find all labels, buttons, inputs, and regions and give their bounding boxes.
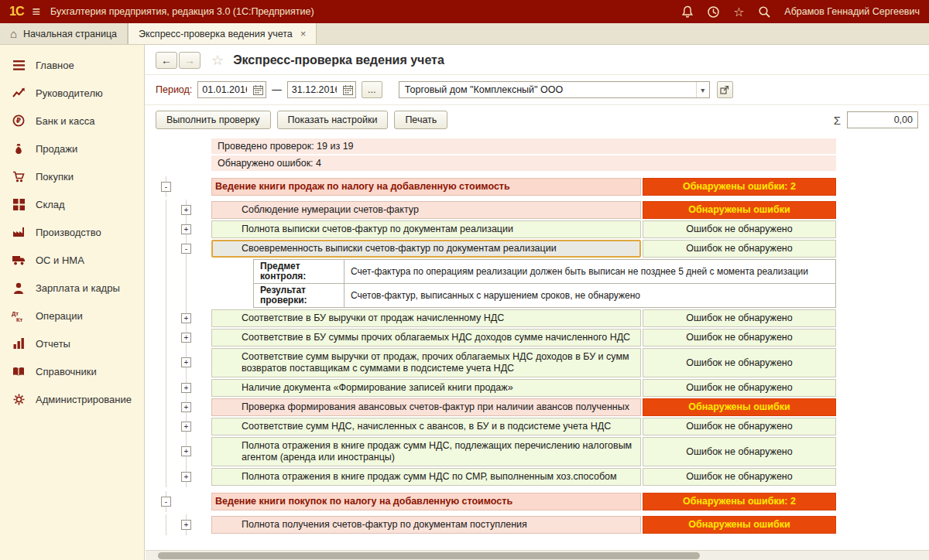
sidebar-item-label: Банк и касса: [36, 115, 95, 127]
expand-icon[interactable]: +: [181, 383, 191, 393]
status-cell: Ошибок не обнаружено: [643, 379, 836, 397]
expand-icon[interactable]: +: [181, 520, 191, 530]
bank-cash-icon: ₽: [12, 114, 26, 128]
sidebar-item-main[interactable]: Главное: [0, 51, 144, 79]
dropdown-arrow-icon[interactable]: ▾: [696, 82, 709, 97]
status-cell: Обнаружены ошибки: 2: [643, 493, 836, 510]
sum-sigma-icon: Σ: [834, 114, 841, 127]
sidebar-item-label: ОС и НМА: [36, 254, 84, 266]
expand-icon[interactable]: +: [181, 402, 191, 412]
status-cell: Ошибок не обнаружено: [643, 348, 836, 377]
sidebar-item-production[interactable]: Производство: [0, 218, 144, 246]
horizontal-scrollbar[interactable]: [146, 550, 929, 560]
tree-gutter: -: [156, 178, 211, 196]
sum-field[interactable]: [847, 111, 918, 128]
notifications-bell-icon[interactable]: [679, 3, 696, 20]
current-user[interactable]: Абрамов Геннадий Сергеевич: [784, 6, 920, 17]
date-from-input[interactable]: [198, 84, 251, 95]
sidebar-item-fixed-assets[interactable]: ОС и НМА: [0, 246, 144, 274]
tree-line: [186, 258, 187, 285]
check-name: Соответствие в БУ выручки от продаж начи…: [211, 309, 641, 327]
period-dash: —: [272, 84, 282, 95]
tree-gutter: +: [156, 418, 211, 435]
check-row[interactable]: +Соответствие в БУ выручки от продаж нач…: [156, 309, 836, 327]
expand-icon[interactable]: +: [181, 313, 191, 323]
show-settings-button[interactable]: Показать настройки: [277, 111, 389, 129]
sidebar-item-administration[interactable]: Администрирование: [0, 385, 144, 413]
sidebar-item-manager[interactable]: Руководителю: [0, 79, 144, 107]
check-row[interactable]: +Полнота получения счетов-фактур по доку…: [156, 516, 836, 534]
sidebar-item-purchases[interactable]: Покупки: [0, 162, 144, 190]
tab-home[interactable]: ⌂ Начальная страница: [0, 23, 128, 44]
search-icon[interactable]: [756, 3, 773, 20]
section-row[interactable]: -Ведение книги покупок по налогу на доба…: [156, 493, 836, 510]
sidebar-item-warehouse[interactable]: Склад: [0, 190, 144, 218]
sidebar-item-label: Зарплата и кадры: [36, 282, 120, 294]
detail-row: Результат проверки:Счетов-фактур, выписа…: [156, 284, 836, 308]
check-row[interactable]: +Соответствие в БУ суммы прочих облагаем…: [156, 329, 836, 347]
check-row[interactable]: +Соответствие сумм выручки от продаж, пр…: [156, 348, 836, 377]
check-row[interactable]: +Полнота отражения в книге продаж сумм Н…: [156, 468, 836, 486]
collapse-icon[interactable]: -: [181, 244, 191, 254]
sidebar-item-references[interactable]: Справочники: [0, 357, 144, 385]
sidebar-item-label: Склад: [36, 199, 65, 210]
expand-icon[interactable]: +: [181, 446, 191, 456]
favorites-star-icon[interactable]: ☆: [730, 3, 747, 20]
date-to-input[interactable]: [288, 84, 341, 95]
calendar-icon[interactable]: [251, 82, 266, 97]
tree-line: [166, 258, 166, 285]
favorite-star-icon[interactable]: ☆: [211, 52, 224, 69]
check-row[interactable]: -Своевременность выписки счетов-фактур п…: [156, 240, 836, 258]
sidebar-item-label: Руководителю: [36, 87, 103, 99]
expand-icon[interactable]: +: [181, 333, 191, 343]
forward-button[interactable]: →: [179, 52, 201, 69]
fixed-assets-icon: [12, 254, 26, 267]
sidebar-item-bank-cash[interactable]: ₽Банк и касса: [0, 107, 144, 135]
sidebar-item-label: Операции: [36, 310, 83, 322]
tab-express-check[interactable]: Экспресс-проверка ведения учета ×: [128, 23, 317, 44]
check-row[interactable]: +Проверка формирования авансовых счетов-…: [156, 398, 836, 416]
tree-gutter: +: [156, 220, 211, 238]
tab-bar: ⌂ Начальная страница Экспресс-проверка в…: [0, 23, 929, 45]
expand-icon[interactable]: +: [181, 422, 191, 432]
expand-icon[interactable]: +: [181, 472, 191, 482]
tree-gutter: +: [156, 398, 211, 416]
check-name: Соответствие сумм НДС, начисленных с ава…: [211, 418, 641, 435]
run-check-button[interactable]: Выполнить проверку: [156, 111, 271, 129]
expand-icon[interactable]: +: [181, 357, 191, 367]
expand-icon[interactable]: +: [181, 205, 191, 215]
organization-combo[interactable]: Торговый дом "Комплексный" ООО ▾: [399, 81, 710, 98]
history-icon[interactable]: [704, 3, 722, 20]
calendar-icon[interactable]: [341, 82, 355, 97]
sidebar-item-salary-hr[interactable]: Зарплата и кадры: [0, 274, 144, 302]
production-icon: [12, 226, 26, 239]
status-cell: Ошибок не обнаружено: [643, 418, 836, 435]
scrollbar-thumb[interactable]: [158, 552, 700, 559]
main-menu-icon[interactable]: ≡: [32, 5, 40, 19]
1c-logo: 1С: [9, 5, 23, 19]
sidebar-item-label: Администрирование: [36, 394, 132, 405]
check-row[interactable]: +Полнота выписки счетов-фактур по докуме…: [156, 220, 836, 238]
check-row[interactable]: +Соблюдение нумерации счетов-фактурОбнар…: [156, 201, 836, 219]
tree-line: [166, 435, 166, 468]
section-title: Ведение книги покупок по налогу на добав…: [211, 493, 641, 510]
sidebar-item-reports[interactable]: Отчеты: [0, 330, 144, 357]
expand-icon[interactable]: +: [181, 224, 191, 234]
check-row[interactable]: +Полнота отражения в книге продаж сумм Н…: [156, 437, 836, 466]
organization-open-button[interactable]: [717, 81, 733, 98]
period-more-button[interactable]: ...: [362, 81, 382, 98]
section-row[interactable]: -Ведение книги продаж по налогу на добав…: [156, 178, 836, 196]
tree-gutter: +: [156, 329, 211, 347]
sidebar-item-sales[interactable]: Продажи: [0, 135, 144, 162]
sidebar-item-operations[interactable]: ДтКтОперации: [0, 302, 144, 330]
check-name: Полнота выписки счетов-фактур по докумен…: [211, 220, 641, 238]
back-button[interactable]: ←: [156, 52, 177, 69]
print-button[interactable]: Печать: [394, 111, 447, 129]
collapse-icon[interactable]: -: [161, 182, 171, 192]
check-row[interactable]: +Соответствие сумм НДС, начисленных с ав…: [156, 418, 836, 435]
collapse-icon[interactable]: -: [161, 497, 171, 507]
check-row[interactable]: +Наличие документа «Формирование записей…: [156, 379, 836, 397]
tab-close-icon[interactable]: ×: [300, 28, 307, 39]
actions-toolbar: Выполнить проверку Показать настройки Пе…: [145, 105, 929, 135]
status-cell: Ошибок не обнаружено: [643, 220, 836, 238]
